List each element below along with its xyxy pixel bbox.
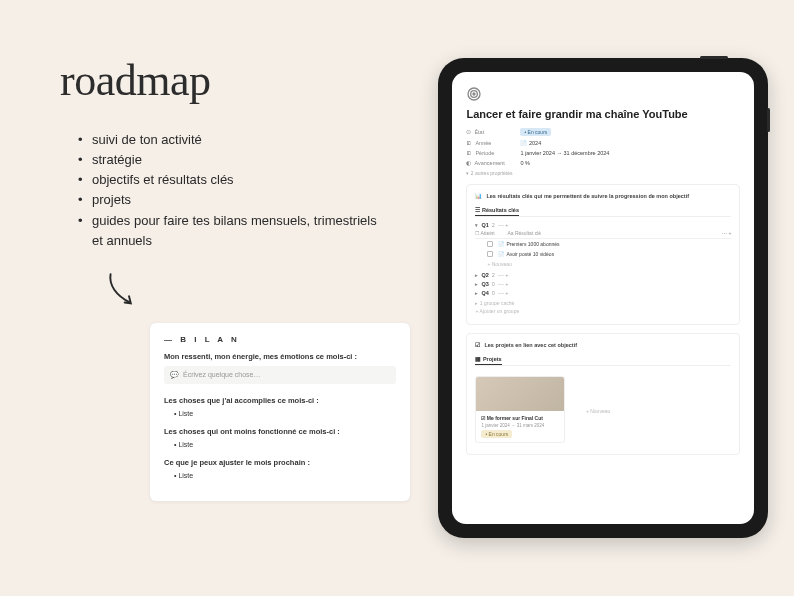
results-heading: 📊 Les résultats clés qui me permettent d… [475,193,731,199]
bilan-prompt: Les choses qui ont moins fonctionné ce m… [164,427,396,436]
tablet-volume-button [767,108,770,132]
feature-list: suivi de ton activité stratégie objectif… [78,130,383,251]
projects-section: ☑ Les projets en lien avec cet objectif … [466,333,740,455]
feature-item: objectifs et résultats clés [78,170,383,190]
bilan-input[interactable]: 💬 Écrivez quelque chose… [164,366,396,384]
bilan-prompt: Mon ressenti, mon énergie, mes émotions … [164,352,396,361]
bilan-list-item: Liste [174,410,396,417]
tablet-power-button [700,56,728,59]
key-result-row[interactable]: 📄Avoir posté 10 vidéos [475,249,731,259]
bilan-card: — B I L A N Mon ressenti, mon énergie, m… [150,323,410,501]
project-status-tag: • En cours [481,430,512,438]
chart-icon: 📊 [475,193,482,199]
target-icon [466,86,482,102]
feature-item: projets [78,190,383,210]
col-resultat: Aa Résultat clé [507,230,541,236]
bilan-prompt: Les choses que j'ai accomplies ce mois-c… [164,396,396,405]
feature-item: guides pour faire tes bilans mensuels, t… [78,211,383,251]
bilan-prompt: Ce que je peux ajuster le mois prochain … [164,458,396,467]
calendar-icon: 🗓 [466,150,472,156]
checkbox[interactable] [487,241,493,247]
quarter-q3[interactable]: Q3 0 ⋯ + [475,281,731,287]
doc-title: Lancer et faire grandir ma chaîne YouTub… [466,108,740,120]
progress-icon: ◐ [466,160,471,166]
page-icon: 📄 [498,241,504,247]
new-row[interactable]: + Nouveau [475,259,731,269]
tablet-screen: Lancer et faire grandir ma chaîne YouTub… [452,72,754,524]
project-card[interactable]: ☑ Me former sur Final Cut 1 janvier 2024… [475,376,565,443]
feature-item: suivi de ton activité [78,130,383,150]
bilan-list-item: Liste [174,472,396,479]
checkbox[interactable] [487,251,493,257]
tablet-frame: Lancer et faire grandir ma chaîne YouTub… [438,58,768,538]
prop-value: 0 % [520,160,529,166]
calendar-icon: 🗓 [466,140,472,146]
bilan-list-item: Liste [174,441,396,448]
status-icon: ⊙ [466,129,471,135]
hidden-group[interactable]: ▸ 1 groupe caché [475,300,731,306]
tab-results[interactable]: ☰ Résultats clés [475,205,519,216]
tab-projects[interactable]: ▦ Projets [475,354,501,365]
prop-row-annee[interactable]: 🗓Année 📄 2024 [466,140,740,146]
status-tag: • En cours [520,128,551,136]
col-atteint: ☐ Atteint [475,230,501,236]
more-properties[interactable]: ▾ 2 autres propriétés [466,170,740,176]
check-icon: ☑ [475,342,480,348]
prop-row-periode[interactable]: 🗓Période 1 janvier 2024 → 31 décembre 20… [466,150,740,156]
prop-label: État [474,129,484,135]
speech-icon: 💬 [170,371,179,379]
svg-point-2 [473,93,475,95]
prop-value: 📄 2024 [520,140,541,146]
add-group[interactable]: + Ajouter un groupe [475,308,731,314]
projects-heading: ☑ Les projets en lien avec cet objectif [475,342,731,348]
bilan-placeholder: Écrivez quelque chose… [183,371,260,378]
page-icon: 📄 [498,251,504,257]
prop-label: Période [475,150,494,156]
add-project[interactable]: + Nouveau [573,376,623,446]
arrow-icon [100,269,383,317]
results-section: 📊 Les résultats clés qui me permettent d… [466,184,740,325]
bilan-title: — B I L A N [164,335,396,344]
page-heading: roadmap [60,55,383,106]
prop-row-avancement[interactable]: ◐Avancement 0 % [466,160,740,166]
key-result-row[interactable]: 📄Premiers 1000 abonnés [475,239,731,249]
project-date: 1 janvier 2024 → 31 mars 2024 [481,423,559,428]
quarter-q4[interactable]: Q4 0 ⋯ + [475,290,731,296]
prop-label: Année [475,140,491,146]
prop-row-etat[interactable]: ⊙État • En cours [466,128,740,136]
project-title: ☑ Me former sur Final Cut [481,415,559,421]
prop-value: 1 janvier 2024 → 31 décembre 2024 [520,150,609,156]
project-cover [476,377,564,411]
quarter-q2[interactable]: Q2 2 ⋯ + [475,272,731,278]
feature-item: stratégie [78,150,383,170]
prop-label: Avancement [474,160,504,166]
